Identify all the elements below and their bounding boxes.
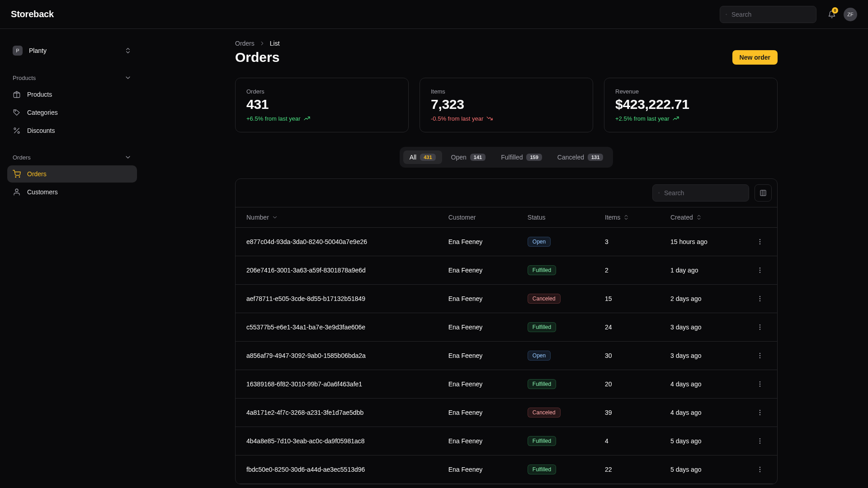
tab-all[interactable]: All 431 <box>403 150 442 164</box>
svg-point-30 <box>760 357 760 358</box>
search-icon <box>726 11 727 18</box>
table-row[interactable]: 206e7416-3001-3a63-a59f-8301878a9e6d Ena… <box>236 256 777 285</box>
stat-card: Revenue $423,222.71 +2.5% from last year <box>604 78 778 132</box>
col-number[interactable]: Number <box>236 207 438 228</box>
row-actions-button[interactable] <box>754 292 766 305</box>
tab-count: 159 <box>526 154 542 161</box>
svg-point-38 <box>760 441 760 441</box>
sidebar-item-label: Products <box>27 91 52 98</box>
row-actions-button[interactable] <box>754 435 766 447</box>
table-row[interactable]: 4a8171e2-4f7c-3268-a231-3fe1d7ae5dbb Ena… <box>236 399 777 427</box>
cell-customer: Ena Feeney <box>438 370 517 399</box>
table-search[interactable] <box>652 184 749 202</box>
col-items[interactable]: Items <box>594 207 660 228</box>
cell-status: Canceled <box>517 285 594 313</box>
cell-customer: Ena Feeney <box>438 228 517 256</box>
row-actions-button[interactable] <box>754 406 766 419</box>
col-customer[interactable]: Customer <box>438 207 517 228</box>
stat-value: 7,323 <box>431 97 582 112</box>
col-status[interactable]: Status <box>517 207 594 228</box>
tab-open[interactable]: Open 141 <box>445 150 492 164</box>
row-actions-button[interactable] <box>754 264 766 277</box>
tab-label: Canceled <box>557 154 584 161</box>
trend-down-icon <box>486 115 493 122</box>
tab-label: Open <box>451 154 467 161</box>
store-switcher[interactable]: P Planty <box>7 40 137 61</box>
tab-label: Fulfilled <box>501 154 523 161</box>
svg-point-19 <box>760 268 760 268</box>
sidebar-item-customers[interactable]: Customers <box>7 183 137 201</box>
table-row[interactable]: a856af79-4947-3092-9ab0-1585b06bda2a Ena… <box>236 342 777 370</box>
sidebar-section-header[interactable]: Products <box>7 70 137 85</box>
tab-label: All <box>410 154 417 161</box>
row-actions-button[interactable] <box>754 349 766 362</box>
table-row[interactable]: 4b4a8e85-7d10-3eab-ac0c-da9f05981ac8 Ena… <box>236 427 777 455</box>
sidebar-item-orders[interactable]: Orders <box>7 165 137 183</box>
search-icon <box>658 189 660 197</box>
svg-line-12 <box>659 193 660 194</box>
cell-status: Fulfilled <box>517 256 594 285</box>
col-created[interactable]: Created <box>660 207 743 228</box>
cell-status: Fulfilled <box>517 427 594 455</box>
breadcrumb-root[interactable]: Orders <box>235 40 255 47</box>
tab-canceled[interactable]: Canceled 131 <box>551 150 610 164</box>
package-icon <box>13 90 21 99</box>
table-row[interactable]: c55377b5-e6e1-34a1-ba7e-3e9d3fae606e Ena… <box>236 313 777 342</box>
cell-items: 39 <box>594 399 660 427</box>
svg-point-31 <box>760 382 760 382</box>
row-actions-button[interactable] <box>754 321 766 333</box>
global-search-input[interactable] <box>731 11 811 18</box>
svg-point-25 <box>760 325 760 325</box>
notifications-button[interactable]: 0 <box>824 6 840 23</box>
store-avatar: P <box>13 46 23 56</box>
global-search[interactable] <box>720 6 816 23</box>
table-row[interactable]: aef78711-e505-3cde-8d55-b17132b51849 Ena… <box>236 285 777 313</box>
sidebar-item-label: Categories <box>27 109 58 116</box>
sidebar-item-discounts[interactable]: Discounts <box>7 122 137 139</box>
svg-point-10 <box>15 189 18 192</box>
cart-icon <box>13 170 21 178</box>
table-search-input[interactable] <box>664 189 743 197</box>
status-badge: Fulfilled <box>528 322 556 332</box>
table-row[interactable]: fbdc50e0-8250-30d6-a44d-ae3ec5513d96 Ena… <box>236 455 777 484</box>
status-badge: Fulfilled <box>528 436 556 446</box>
table-row[interactable]: e877c04d-93da-3da0-8240-50040a7e9e26 Ena… <box>236 228 777 256</box>
more-vertical-icon <box>756 295 764 302</box>
svg-point-21 <box>760 272 760 272</box>
more-vertical-icon <box>756 466 764 473</box>
sidebar-item-products[interactable]: Products <box>7 86 137 103</box>
sidebar-section-title: Products <box>13 75 36 81</box>
row-actions-button[interactable] <box>754 235 766 248</box>
table-row[interactable]: 16389168-6f82-3010-99b7-a0a6f463afe1 Ena… <box>236 370 777 399</box>
sidebar-item-categories[interactable]: Categories <box>7 104 137 121</box>
sidebar-section-header[interactable]: Orders <box>7 150 137 164</box>
cell-items: 15 <box>594 285 660 313</box>
cell-customer: Ena Feeney <box>438 342 517 370</box>
chevron-down-icon <box>272 214 278 221</box>
sidebar-item-label: Discounts <box>27 127 55 134</box>
chevrons-up-down-icon <box>696 214 702 221</box>
row-actions-button[interactable] <box>754 378 766 390</box>
cell-status: Open <box>517 228 594 256</box>
user-avatar[interactable]: ZF <box>844 8 857 21</box>
more-vertical-icon <box>756 380 764 388</box>
cell-number: 4b4a8e85-7d10-3eab-ac0c-da9f05981ac8 <box>236 427 438 455</box>
tab-fulfilled[interactable]: Fulfilled 159 <box>495 150 548 164</box>
svg-point-40 <box>760 467 760 468</box>
svg-point-22 <box>760 296 760 297</box>
row-actions-button[interactable] <box>754 463 766 476</box>
cell-items: 30 <box>594 342 660 370</box>
stat-delta: -0.5% from last year <box>431 115 582 122</box>
cell-created: 4 days ago <box>660 370 743 399</box>
sidebar: P Planty Products Products Categories Di… <box>0 29 145 488</box>
cell-created: 5 days ago <box>660 427 743 455</box>
stat-value: $423,222.71 <box>615 97 766 112</box>
column-settings-button[interactable] <box>755 184 772 202</box>
svg-point-26 <box>760 327 760 327</box>
cell-created: 1 day ago <box>660 256 743 285</box>
new-order-button[interactable]: New order <box>732 50 778 65</box>
svg-point-29 <box>760 355 760 356</box>
stat-card: Orders 431 +6.5% from last year <box>235 78 409 132</box>
app-logo[interactable]: Storeback <box>11 9 54 19</box>
page-title: Orders <box>235 50 279 65</box>
